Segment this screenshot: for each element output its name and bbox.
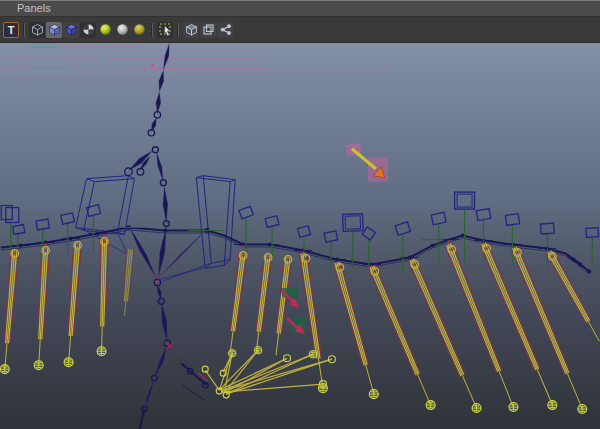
- hip-joints[interactable]: [11, 238, 556, 276]
- olive-sphere-icon: [133, 23, 146, 36]
- panel-toolbar: T: [0, 17, 600, 43]
- panel-menubar: Panels: [0, 1, 600, 17]
- select-tool-button[interactable]: T: [3, 22, 19, 38]
- textured-cube-icon: [65, 23, 78, 36]
- box-control[interactable]: [1, 206, 18, 223]
- wireframe-mode-button[interactable]: [29, 22, 45, 38]
- flat-sphere-button[interactable]: [114, 22, 130, 38]
- olive-sphere-button[interactable]: [131, 22, 147, 38]
- joint-axis-sticks: [11, 210, 593, 272]
- annotation-arrow: [345, 143, 388, 182]
- isolate-select-button[interactable]: [183, 22, 199, 38]
- duplicate-view-icon: [202, 23, 215, 36]
- lit-sphere-button[interactable]: [97, 22, 113, 38]
- checkered-sphere-icon: [82, 23, 95, 36]
- toolbar-separator: [21, 23, 28, 37]
- maya-panel-window: Panels T: [0, 0, 600, 429]
- lit-sphere-icon: [99, 23, 112, 36]
- viewport[interactable]: [0, 43, 600, 429]
- box-control[interactable]: [343, 214, 364, 232]
- isolate-cube-icon: [185, 23, 198, 36]
- spine-chain[interactable]: [1, 225, 591, 283]
- panels-menu[interactable]: Panels: [11, 1, 57, 16]
- toolbar-separator: [149, 23, 156, 37]
- select-tool-icon: T: [8, 23, 15, 37]
- shaded-mode-button[interactable]: [46, 22, 62, 38]
- ik-handle-cluster[interactable]: [202, 346, 335, 398]
- render-artifact-lines: [1, 47, 390, 78]
- foot-locators[interactable]: [0, 347, 586, 414]
- box-control[interactable]: [455, 192, 475, 209]
- textured-mode-button[interactable]: [63, 22, 79, 38]
- shaded-cube-icon: [48, 23, 61, 36]
- selection-highlight-icon: [158, 22, 173, 37]
- share-view-icon: [219, 23, 232, 36]
- share-view-button[interactable]: [217, 22, 233, 38]
- toolbar-separator: [175, 23, 182, 37]
- duplicate-view-button[interactable]: [200, 22, 216, 38]
- selection-highlight-button[interactable]: [157, 22, 173, 38]
- lower-skeleton-tangle[interactable]: [139, 279, 219, 429]
- flat-sphere-icon: [116, 23, 129, 36]
- viewport-canvas[interactable]: [0, 43, 600, 429]
- checkered-material-button[interactable]: [80, 22, 96, 38]
- wireframe-cube-icon: [31, 23, 44, 36]
- mini-axis-arrows: [280, 287, 307, 335]
